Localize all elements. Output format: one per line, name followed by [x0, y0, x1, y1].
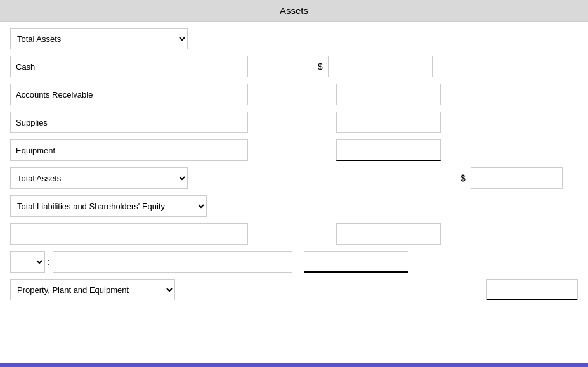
small-dropdown-value-input[interactable] — [304, 251, 408, 273]
supplies-row — [10, 112, 578, 133]
accounts-receivable-value-input[interactable] — [336, 84, 441, 105]
equipment-value-input[interactable] — [336, 139, 441, 161]
total-assets-select-1[interactable]: Total Assets Current Assets Non-Current … — [10, 28, 188, 49]
blank-row-1 — [10, 223, 578, 245]
total-assets-select-2[interactable]: Total Assets Current Assets Non-Current … — [10, 167, 188, 189]
equipment-label-input[interactable] — [10, 139, 248, 161]
small-dropdown-row: Opt1 : — [10, 251, 578, 273]
bottom-bar — [0, 363, 588, 367]
total-assets-total-row: Total Assets Current Assets Non-Current … — [10, 167, 578, 189]
content-area: Total Assets Current Assets Non-Current … — [0, 22, 588, 313]
cash-label-input[interactable] — [10, 56, 248, 77]
accounts-receivable-label-input[interactable] — [10, 84, 248, 105]
small-dropdown-label-input[interactable] — [53, 251, 292, 273]
accounts-receivable-row — [10, 84, 578, 105]
small-dropdown-select[interactable]: Opt1 — [10, 251, 45, 273]
property-plant-select[interactable]: Property, Plant and Equipment Land Build… — [10, 279, 175, 300]
cash-value-input[interactable] — [328, 56, 433, 77]
total-assets-far-value-input[interactable] — [471, 167, 563, 189]
cash-row: $ — [10, 56, 578, 77]
blank-label-1-input[interactable] — [10, 223, 248, 245]
dollar-sign-total: $ — [461, 173, 466, 183]
total-liabilities-dropdown-row: Total Liabilities and Shareholders' Equi… — [10, 195, 578, 217]
supplies-label-input[interactable] — [10, 112, 248, 133]
dollar-sign-cash: $ — [318, 61, 323, 72]
page-container: Assets Total Assets Current Assets Non-C… — [0, 0, 588, 367]
colon-separator: : — [48, 257, 50, 267]
equipment-row — [10, 139, 578, 161]
assets-header: Assets — [0, 0, 588, 22]
total-assets-dropdown-row-1: Total Assets Current Assets Non-Current … — [10, 28, 578, 49]
supplies-value-input[interactable] — [336, 112, 441, 133]
property-plant-row: Property, Plant and Equipment Land Build… — [10, 279, 578, 300]
total-liabilities-select[interactable]: Total Liabilities and Shareholders' Equi… — [10, 195, 207, 217]
assets-title: Assets — [280, 5, 308, 16]
blank-value-1-input[interactable] — [336, 223, 441, 245]
ppe-far-value-input[interactable] — [486, 279, 578, 300]
